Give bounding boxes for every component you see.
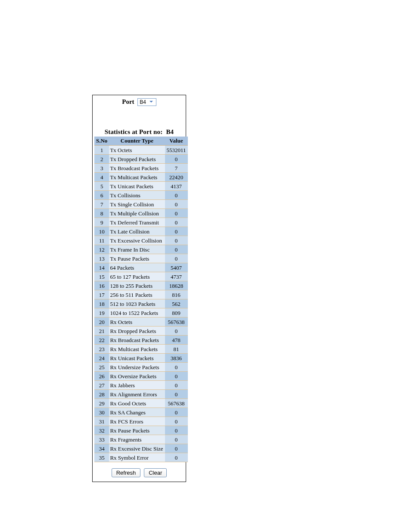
cell-sno: 18	[94, 299, 109, 308]
table-row: 16128 to 255 Packets18628	[94, 281, 188, 290]
cell-value: 816	[165, 290, 188, 299]
table-row: 6Tx Collisions0	[94, 191, 188, 200]
cell-counter-type: Rx Alignment Errors	[109, 390, 165, 399]
cell-value: 562	[165, 299, 188, 308]
port-selector-row: Port B4	[94, 98, 184, 107]
cell-counter-type: 256 to 511 Packets	[109, 290, 165, 299]
cell-counter-type: Tx Pause Packets	[109, 254, 165, 263]
cell-counter-type: Rx Fragments	[109, 435, 165, 444]
cell-sno: 7	[94, 200, 109, 209]
statistics-table: S.No Counter Type Value 1Tx Octets553201…	[94, 137, 188, 462]
table-row: 29Rx Good Octets567638	[94, 399, 188, 408]
cell-value: 0	[165, 191, 188, 200]
table-row: 12Tx Frame In Disc0	[94, 245, 188, 254]
cell-counter-type: Tx Dropped Packets	[109, 155, 165, 164]
table-header-row: S.No Counter Type Value	[94, 137, 188, 146]
cell-counter-type: 512 to 1023 Packets	[109, 299, 165, 308]
cell-counter-type: Rx Symbol Error	[109, 453, 165, 462]
cell-sno: 13	[94, 254, 109, 263]
cell-value: 0	[165, 218, 188, 227]
cell-sno: 6	[94, 191, 109, 200]
table-row: 22Rx Broadcast Packets478	[94, 336, 188, 345]
cell-sno: 30	[94, 408, 109, 417]
cell-sno: 8	[94, 209, 109, 218]
table-row: 5Tx Unicast Packets4137	[94, 182, 188, 191]
cell-value: 0	[165, 372, 188, 381]
cell-value: 567638	[165, 317, 188, 327]
clear-button[interactable]: Clear	[144, 468, 167, 477]
cell-sno: 16	[94, 281, 109, 290]
cell-sno: 31	[94, 417, 109, 426]
button-row: Refresh Clear	[94, 468, 184, 477]
table-row: 17256 to 511 Packets816	[94, 290, 188, 299]
cell-counter-type: Rx Good Octets	[109, 399, 165, 408]
port-label: Port	[122, 98, 134, 106]
cell-value: 0	[165, 155, 188, 164]
cell-value: 5532011	[165, 146, 188, 155]
cell-value: 7	[165, 164, 188, 173]
cell-sno: 9	[94, 218, 109, 227]
cell-counter-type: Tx Single Collision	[109, 200, 165, 209]
cell-value: 0	[165, 453, 188, 462]
cell-value: 18628	[165, 281, 188, 290]
cell-sno: 2	[94, 155, 109, 164]
cell-counter-type: Tx Multicast Packets	[109, 173, 165, 182]
cell-value: 0	[165, 426, 188, 435]
statistics-title: Statistics at Port no: B4	[94, 128, 184, 136]
cell-counter-type: Rx Octets	[109, 317, 165, 327]
table-row: 11Tx Excessive Collision0	[94, 236, 188, 245]
table-row: 7Tx Single Collision0	[94, 200, 188, 209]
cell-sno: 33	[94, 435, 109, 444]
cell-sno: 35	[94, 453, 109, 462]
cell-value: 0	[165, 408, 188, 417]
refresh-button[interactable]: Refresh	[112, 468, 141, 477]
cell-value: 3836	[165, 354, 188, 363]
cell-counter-type: Rx Jabbers	[109, 381, 165, 390]
cell-counter-type: Rx Multicast Packets	[109, 345, 165, 354]
port-statistics-panel: Port B4 Statistics at Port no: B4 S.No C…	[92, 95, 186, 482]
table-row: 33Rx Fragments0	[94, 435, 188, 444]
cell-value: 22420	[165, 173, 188, 182]
table-row: 3Tx Broadcast Packets7	[94, 164, 188, 173]
table-row: 31Rx FCS Errors0	[94, 417, 188, 426]
cell-counter-type: Rx SA Changes	[109, 408, 165, 417]
table-row: 10Tx Late Collision0	[94, 227, 188, 236]
cell-sno: 14	[94, 263, 109, 272]
cell-counter-type: Rx Broadcast Packets	[109, 336, 165, 345]
cell-value: 0	[165, 200, 188, 209]
cell-sno: 25	[94, 363, 109, 372]
cell-sno: 24	[94, 354, 109, 363]
cell-value: 809	[165, 308, 188, 317]
table-row: 9Tx Deferred Transmit0	[94, 218, 188, 227]
cell-value: 0	[165, 390, 188, 399]
cell-counter-type: Rx Unicast Packets	[109, 354, 165, 363]
cell-sno: 17	[94, 290, 109, 299]
cell-value: 0	[165, 327, 188, 336]
table-row: 191024 to 1522 Packets809	[94, 308, 188, 317]
cell-sno: 4	[94, 173, 109, 182]
port-select[interactable]: B4	[137, 98, 156, 106]
cell-counter-type: Tx Broadcast Packets	[109, 164, 165, 173]
cell-counter-type: Tx Collisions	[109, 191, 165, 200]
col-header-sno: S.No	[94, 137, 109, 146]
table-row: 8Tx Multiple Collision0	[94, 209, 188, 218]
cell-sno: 26	[94, 372, 109, 381]
cell-sno: 3	[94, 164, 109, 173]
cell-sno: 19	[94, 308, 109, 317]
table-row: 27Rx Jabbers0	[94, 381, 188, 390]
cell-sno: 1	[94, 146, 109, 155]
cell-sno: 32	[94, 426, 109, 435]
table-row: 23Rx Multicast Packets81	[94, 345, 188, 354]
table-row: 34Rx Excessive Disc Size0	[94, 444, 188, 453]
table-row: 1Tx Octets5532011	[94, 146, 188, 155]
cell-sno: 23	[94, 345, 109, 354]
table-row: 1464 Packets5407	[94, 263, 188, 272]
col-header-type: Counter Type	[109, 137, 165, 146]
table-row: 4Tx Multicast Packets22420	[94, 173, 188, 182]
table-row: 18512 to 1023 Packets562	[94, 299, 188, 308]
table-row: 32Rx Pause Packets0	[94, 426, 188, 435]
cell-value: 81	[165, 345, 188, 354]
cell-sno: 22	[94, 336, 109, 345]
cell-counter-type: Tx Multiple Collision	[109, 209, 165, 218]
cell-counter-type: 65 to 127 Packets	[109, 272, 165, 281]
